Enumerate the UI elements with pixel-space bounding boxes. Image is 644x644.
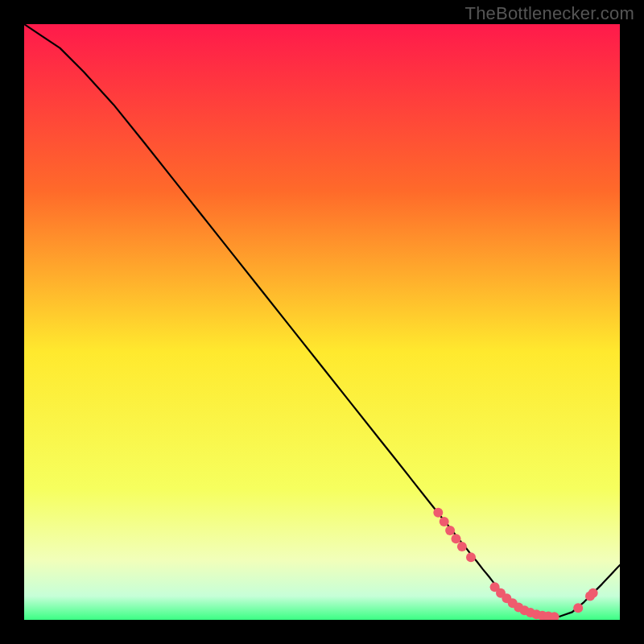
data-marker <box>445 526 455 535</box>
data-marker <box>573 603 583 613</box>
data-marker <box>440 517 449 526</box>
chart-svg <box>24 24 620 620</box>
data-marker <box>433 508 443 518</box>
data-marker <box>588 588 598 598</box>
plot-area <box>24 24 620 620</box>
data-marker <box>452 534 461 543</box>
attribution-label: TheBottlenecker.com <box>465 3 634 24</box>
data-marker <box>457 542 467 551</box>
data-marker <box>466 552 476 562</box>
chart-frame: TheBottlenecker.com <box>0 0 644 644</box>
gradient-background <box>24 24 620 620</box>
